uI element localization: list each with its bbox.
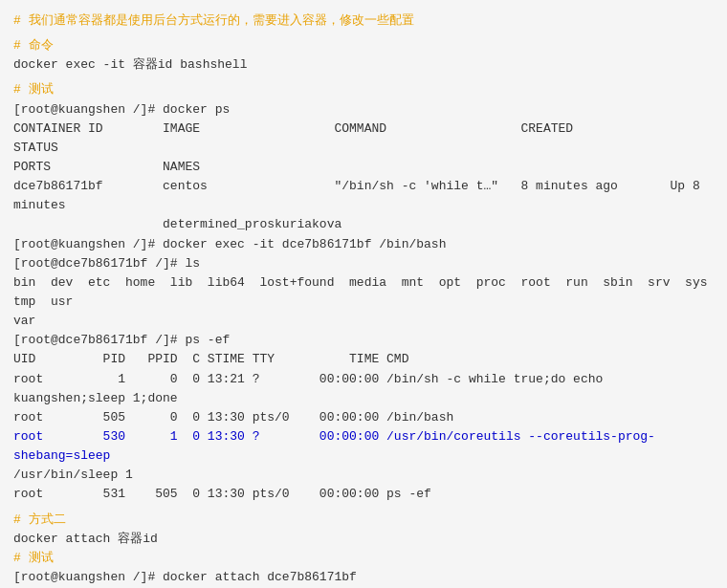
terminal-content: # 我们通常容器都是使用后台方式运行的，需要进入容器，修改一些配置 # 命令do… [13,11,714,588]
terminal: # 我们通常容器都是使用后台方式运行的，需要进入容器，修改一些配置 # 命令do… [0,0,727,588]
